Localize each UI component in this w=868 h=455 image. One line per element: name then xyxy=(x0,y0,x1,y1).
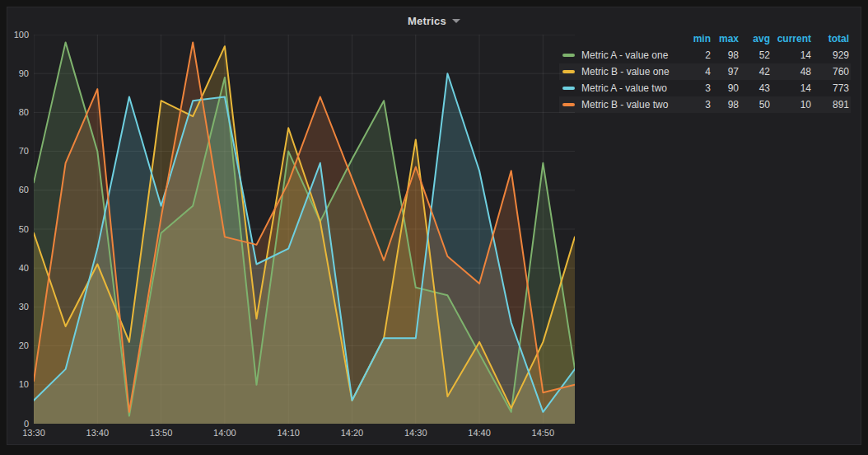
x-axis-tick-label: 13:30 xyxy=(22,428,45,438)
panel-header[interactable]: Metrics xyxy=(7,11,861,30)
y-axis-tick-label: 50 xyxy=(7,224,29,234)
legend-stat-min: 2 xyxy=(684,49,711,61)
legend-table: minmaxavgcurrenttotalMetric A - value on… xyxy=(559,30,851,113)
y-axis-tick-label: 20 xyxy=(7,340,29,350)
x-axis-tick-label: 14:00 xyxy=(213,428,236,438)
legend-column-header-max[interactable]: max xyxy=(711,33,739,45)
x-axis-tick-label: 13:50 xyxy=(150,428,173,438)
series-color-swatch-icon xyxy=(562,70,575,73)
y-axis-tick-label: 60 xyxy=(7,185,29,195)
legend-series-toggle[interactable]: Metric B - value two xyxy=(559,99,684,110)
x-axis-tick-label: 14:50 xyxy=(532,428,555,438)
x-axis: 13:3013:4013:5014:0014:1014:2014:3014:40… xyxy=(34,428,594,441)
legend-column-header-current[interactable]: current xyxy=(770,33,811,45)
y-axis: 0102030405060708090100 xyxy=(7,7,30,446)
legend-series-toggle[interactable]: Metric B - value one xyxy=(559,66,684,77)
legend-series-label: Metric A - value two xyxy=(581,82,667,94)
panel-title: Metrics xyxy=(408,15,446,27)
metrics-panel: Metrics 0102030405060708090100 13:3013:4… xyxy=(7,7,861,445)
legend-column-header-min[interactable]: min xyxy=(684,33,711,45)
legend-header-row: minmaxavgcurrenttotal xyxy=(559,30,851,47)
legend-stat-max: 98 xyxy=(711,49,739,61)
legend-series-toggle[interactable]: Metric A - value two xyxy=(559,82,684,94)
legend-stat-min: 3 xyxy=(684,82,711,94)
series-color-swatch-icon xyxy=(562,87,575,90)
y-axis-tick-label: 30 xyxy=(7,302,29,312)
legend-series-label: Metric B - value one xyxy=(581,66,670,77)
legend-series-row: Metric B - value one4974248760 xyxy=(559,63,851,80)
legend-stat-avg: 52 xyxy=(739,49,770,61)
y-axis-tick-label: 90 xyxy=(7,68,29,78)
y-axis-tick-label: 0 xyxy=(7,419,29,429)
legend-stat-total: 773 xyxy=(811,82,851,94)
legend-series-label: Metric B - value two xyxy=(581,99,668,110)
legend-series-row: Metric B - value two3985010891 xyxy=(559,96,851,113)
y-axis-tick-label: 100 xyxy=(7,30,29,40)
legend-stat-total: 760 xyxy=(811,66,851,77)
chart-plot-area[interactable] xyxy=(34,35,575,424)
legend-stat-avg: 50 xyxy=(739,99,770,110)
legend-stat-avg: 43 xyxy=(739,82,770,94)
legend-series-label: Metric A - value one xyxy=(581,49,668,61)
x-axis-tick-label: 13:40 xyxy=(86,428,110,438)
legend-series-row: Metric A - value two3904314773 xyxy=(559,80,851,96)
legend-stat-max: 98 xyxy=(711,99,739,110)
y-axis-tick-label: 70 xyxy=(7,146,29,156)
legend-column-header-avg[interactable]: avg xyxy=(739,33,770,45)
series-color-swatch-icon xyxy=(562,103,575,106)
legend-stat-current: 10 xyxy=(770,99,811,110)
y-axis-tick-label: 10 xyxy=(7,379,29,389)
legend-stat-total: 891 xyxy=(811,99,851,110)
legend-series-row: Metric A - value one2985214929 xyxy=(559,47,851,63)
legend-stat-min: 4 xyxy=(684,66,711,77)
legend-stat-max: 90 xyxy=(711,82,739,94)
legend-stat-total: 929 xyxy=(811,49,851,61)
chevron-down-icon[interactable] xyxy=(452,19,460,23)
legend-series-toggle[interactable]: Metric A - value one xyxy=(559,49,684,61)
y-axis-tick-label: 80 xyxy=(7,107,29,117)
x-axis-tick-label: 14:40 xyxy=(468,428,491,438)
x-axis-tick-label: 14:20 xyxy=(341,428,364,438)
y-axis-tick-label: 40 xyxy=(7,263,29,273)
legend-stat-current: 14 xyxy=(770,49,811,61)
series-color-swatch-icon xyxy=(562,54,575,57)
chart-svg xyxy=(34,35,575,424)
legend-stat-min: 3 xyxy=(684,99,711,110)
legend-stat-avg: 42 xyxy=(739,66,770,77)
legend-stat-current: 14 xyxy=(770,82,811,94)
x-axis-tick-label: 14:30 xyxy=(404,428,427,438)
legend-stat-max: 97 xyxy=(711,66,739,77)
x-axis-tick-label: 14:10 xyxy=(277,428,300,438)
legend-stat-current: 48 xyxy=(770,66,811,77)
legend-column-header-total[interactable]: total xyxy=(811,33,851,45)
